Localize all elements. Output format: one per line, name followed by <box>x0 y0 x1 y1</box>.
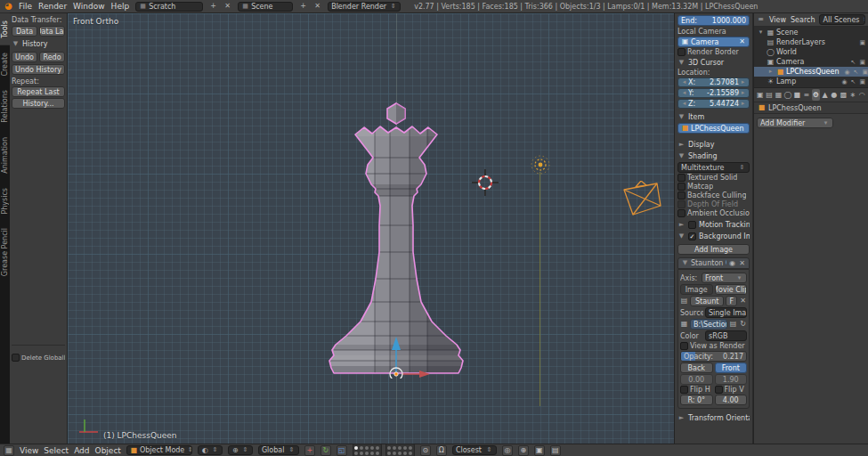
increment-icon[interactable]: ▸ <box>739 90 747 96</box>
front-toggle-button[interactable]: Front <box>715 362 748 373</box>
decrement-icon[interactable]: ◂ <box>680 90 688 96</box>
visibility-icon[interactable]: ◉ <box>844 69 849 76</box>
outliner-view-menu[interactable]: View <box>769 16 786 24</box>
history-button[interactable]: History... <box>12 98 65 109</box>
add-image-button[interactable]: Add Image <box>677 244 750 255</box>
properties-tab-render-icon[interactable]: ▣ <box>756 89 764 101</box>
screen-layout-select[interactable]: ▦ Scratch <box>135 2 203 12</box>
opacity-slider[interactable]: Opacity: 0.217 <box>680 351 747 362</box>
data-button[interactable]: Data <box>12 26 37 37</box>
shelf-tab-physics[interactable]: Physics <box>0 181 10 222</box>
motion-tracking-panel-header[interactable]: ► Motion Tracking <box>677 219 750 231</box>
viewport-menu-select[interactable]: Select <box>44 446 69 455</box>
view-as-render-checkbox[interactable] <box>680 342 688 350</box>
outliner-search-menu[interactable]: Search <box>791 16 815 24</box>
layer-dot[interactable] <box>409 446 412 450</box>
cursor-x-field[interactable]: ◂ X: 2.57081 ▸ <box>677 77 750 87</box>
depth-of-field-checkbox[interactable] <box>677 200 685 208</box>
outliner-item-world[interactable]: ◯ World <box>754 47 868 57</box>
decrement-icon[interactable]: ◂ <box>680 101 688 107</box>
axis-select[interactable]: Front ▾ <box>702 273 747 283</box>
outliner-item-renderlayers[interactable]: ▤ RenderLayers ▣ <box>754 37 868 47</box>
fake-user-button[interactable]: F <box>726 296 737 306</box>
cursor-z-field[interactable]: ◂ Z: 5.44724 ▸ <box>677 99 750 109</box>
decrement-icon[interactable]: ◂ <box>680 79 688 86</box>
undo-history-button[interactable]: Undo History <box>12 64 65 75</box>
expand-icon[interactable]: ▾ <box>757 29 765 36</box>
translate-manipulator-button[interactable]: + <box>304 445 315 456</box>
layer-dot[interactable] <box>376 452 379 455</box>
properties-tab-particles-icon[interactable]: ∗ <box>848 89 856 101</box>
background-image-entry-header[interactable]: ▼ Staunton Q... ◉ ✕ <box>677 257 750 269</box>
display-panel-header[interactable]: ► Display <box>677 139 750 151</box>
menu-file[interactable]: File <box>19 2 32 11</box>
background-images-panel-header[interactable]: ▼ ✓ Background Images <box>677 231 750 242</box>
lock-to-scene-button[interactable]: ⊙ <box>420 445 431 456</box>
renderable-icon[interactable]: ▣ <box>859 39 865 46</box>
layer-dot[interactable] <box>409 452 412 455</box>
editor-type-button[interactable]: ▦ <box>4 445 14 456</box>
item-panel-header[interactable]: ▼ Item <box>677 111 750 123</box>
layer-dot[interactable] <box>370 452 374 455</box>
shading-mode-select[interactable]: Multitexture ⇕ <box>677 162 750 173</box>
object-name-field[interactable]: ■ LPChessQueen <box>677 123 750 134</box>
add-modifier-button[interactable]: Add Modifier ▾ <box>757 118 833 128</box>
3d-cursor-panel-header[interactable]: ▼ 3D Cursor <box>677 57 750 69</box>
browse-image-icon[interactable]: ▤ <box>680 297 688 305</box>
camera-clear-icon[interactable]: ✕ <box>738 38 746 45</box>
outliner-item-lpchessqueen[interactable]: ▸ ■ LPChessQueen ◉ ↖ ▣ <box>754 67 868 77</box>
selectable-icon[interactable]: ↖ <box>851 59 856 66</box>
history-panel-header[interactable]: ▼ History <box>12 38 65 50</box>
outliner-editor-icon[interactable]: ≡ <box>757 16 765 23</box>
render-engine-select[interactable]: Blender Render ⇕ <box>328 2 401 12</box>
layer-dot[interactable] <box>354 452 358 455</box>
viewport-menu-object[interactable]: Object <box>95 446 121 455</box>
shading-panel-header[interactable]: ▼ Shading <box>677 151 750 162</box>
shelf-tab-tools[interactable]: Tools <box>0 13 10 45</box>
outliner-item-scene[interactable]: ▾ ▦ Scene <box>754 28 868 37</box>
screen-add-icon[interactable]: + <box>209 3 217 10</box>
ambient-occlusion-checkbox[interactable] <box>677 209 685 217</box>
properties-tab-modifiers-icon[interactable]: ⚙ <box>812 89 820 101</box>
flip-horizontal-checkbox[interactable] <box>680 386 688 394</box>
visibility-icon[interactable]: ◉ <box>841 78 847 86</box>
clip-end-slider[interactable]: End: 1000.000 <box>677 15 750 26</box>
outliner-filter-select[interactable]: All Scenes ⇕ <box>819 14 865 25</box>
scene-close-icon[interactable]: ✕ <box>313 3 321 10</box>
shelf-tab-create[interactable]: Create <box>0 45 10 84</box>
transform-orientations-panel-header[interactable]: ► Transform Orientations <box>677 412 750 424</box>
3d-viewport[interactable]: Front Ortho <box>68 13 674 444</box>
image-toggle-button[interactable]: Image <box>680 284 713 295</box>
size-field[interactable]: 4.00 <box>715 395 748 405</box>
snap-element-select[interactable]: Closest ⇕ <box>452 445 497 455</box>
viewport-menu-view[interactable]: View <box>20 446 38 455</box>
proportional-edit-button[interactable]: ⊕ <box>518 445 529 456</box>
layer-dot[interactable] <box>387 452 391 455</box>
properties-tab-physics-icon[interactable]: ◠ <box>858 89 866 101</box>
layer-dot[interactable] <box>365 452 369 455</box>
viewport-menu-add[interactable]: Add <box>74 446 89 455</box>
visibility-eye-icon[interactable]: ◉ <box>728 260 736 267</box>
screen-close-icon[interactable]: ✕ <box>223 3 231 10</box>
chess-queen-model[interactable] <box>325 101 467 379</box>
layer-dot[interactable] <box>360 452 363 455</box>
layer-dot[interactable] <box>398 452 402 455</box>
camera-select[interactable]: ▣ Camera ✕ <box>677 37 750 47</box>
selectable-icon[interactable]: ↖ <box>851 78 856 86</box>
unlink-image-icon[interactable]: ✕ <box>739 297 747 305</box>
outliner-item-lamp[interactable]: ☀ Lamp ◉ ↖ ▣ <box>754 77 868 86</box>
selectable-icon[interactable]: ↖ <box>854 69 859 76</box>
rotate-manipulator-button[interactable]: ↻ <box>320 445 331 456</box>
back-toggle-button[interactable]: Back <box>680 362 713 373</box>
properties-tab-material-icon[interactable]: ● <box>830 89 838 101</box>
delete-globally-checkbox[interactable] <box>12 354 20 362</box>
background-images-checkbox[interactable]: ✓ <box>688 232 696 240</box>
reload-image-icon[interactable]: ↻ <box>739 321 747 328</box>
offset-y-field[interactable]: 1.90 <box>715 374 748 385</box>
menu-render[interactable]: Render <box>38 2 67 11</box>
render-opengl-button[interactable]: ▣ <box>534 445 545 456</box>
matcap-checkbox[interactable] <box>677 183 685 191</box>
renderable-icon[interactable]: ▣ <box>859 59 865 66</box>
layer-dot[interactable] <box>370 446 374 450</box>
shelf-tab-grease-pencil[interactable]: Grease Pencil <box>0 221 10 283</box>
